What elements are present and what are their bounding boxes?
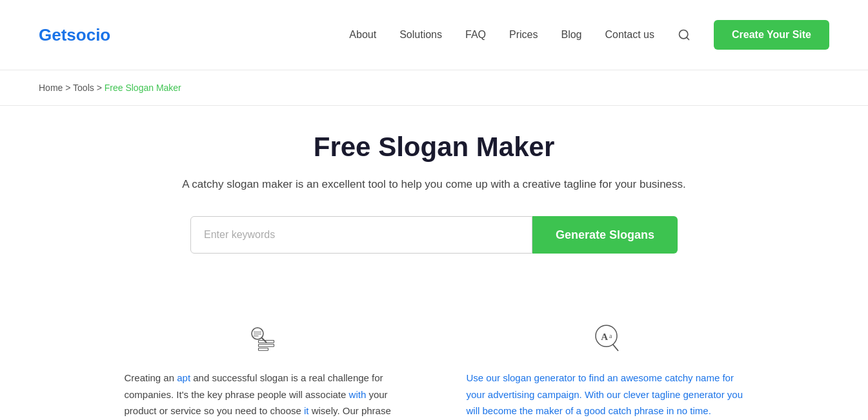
main-nav: About Solutions FAQ Prices Blog Contact … [349, 20, 829, 50]
nav-faq[interactable]: FAQ [465, 29, 486, 41]
logo[interactable]: Getsocio [39, 25, 110, 45]
nav-contact[interactable]: Contact us [605, 29, 654, 41]
svg-rect-5 [258, 345, 274, 347]
nav-about[interactable]: About [349, 29, 376, 41]
svg-line-1 [687, 37, 689, 40]
feature-left: Creating an apt and successful slogan is… [125, 318, 402, 420]
page-title: Free Slogan Maker [157, 132, 712, 163]
breadcrumb-section: Home > Tools > Free Slogan Maker [0, 70, 868, 106]
feature-left-text: Creating an apt and successful slogan is… [125, 370, 402, 420]
features-section: Creating an apt and successful slogan is… [47, 318, 822, 420]
generate-button[interactable]: Generate Slogans [532, 216, 678, 254]
create-site-button[interactable]: Create Your Site [714, 20, 829, 50]
slogan-icon [125, 318, 402, 357]
feature-right-text: Use our slogan generator to find an awes… [467, 370, 744, 419]
svg-line-13 [613, 345, 618, 350]
header: Getsocio About Solutions FAQ Prices Blog… [0, 0, 868, 70]
svg-text:A: A [601, 332, 608, 342]
breadcrumb-sep2: > [97, 83, 105, 93]
main-content: Free Slogan Maker A catchy slogan maker … [144, 106, 725, 318]
nav-solutions[interactable]: Solutions [399, 29, 442, 41]
feature-right: A a Use our slogan generator to find an … [467, 318, 744, 420]
breadcrumb-current: Free Slogan Maker [105, 83, 181, 93]
typography-icon: A a [467, 318, 744, 357]
search-icon[interactable] [678, 28, 691, 41]
svg-text:a: a [609, 332, 612, 339]
search-row: Generate Slogans [157, 216, 712, 254]
breadcrumb-tools[interactable]: Tools [73, 83, 94, 93]
breadcrumb-sep1: > [65, 83, 73, 93]
breadcrumb: Home > Tools > Free Slogan Maker [39, 83, 181, 93]
page-subtitle: A catchy slogan maker is an excellent to… [157, 175, 712, 193]
nav-blog[interactable]: Blog [561, 29, 581, 41]
nav-prices[interactable]: Prices [509, 29, 538, 41]
svg-rect-6 [258, 348, 268, 351]
breadcrumb-home[interactable]: Home [39, 83, 63, 93]
keyword-input[interactable] [190, 216, 532, 254]
